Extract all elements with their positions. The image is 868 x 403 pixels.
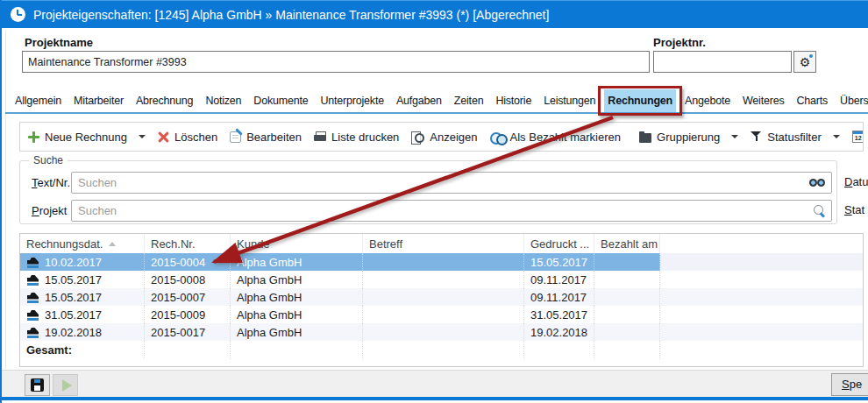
search-group-label: Suche: [29, 154, 68, 166]
table-row[interactable]: 15.05.2017 2015-0007 Alpha GmbH 09.11.20…: [20, 288, 863, 306]
column-header-betreff[interactable]: Betreff: [363, 234, 524, 253]
tab-dokumente[interactable]: Dokumente: [250, 89, 311, 112]
table-row[interactable]: 19.02.2018 2015-0017 Alpha GmbH 19.02.20…: [20, 323, 863, 341]
coins-icon: [490, 131, 505, 143]
save-button[interactable]: [25, 374, 50, 396]
column-header-rechnungsdat[interactable]: Rechnungsdat.: [20, 234, 145, 253]
printed-icon: [26, 292, 39, 303]
gesamt-label: Gesamt:: [26, 343, 72, 357]
clock-icon: [11, 7, 25, 22]
window-bottom-border: [0, 397, 868, 400]
binoculars-icon[interactable]: [809, 178, 825, 187]
tab-mitarbeiter[interactable]: Mitarbeiter: [70, 89, 127, 112]
projektnr-label: Projektnr.: [653, 36, 706, 49]
search-group: Suche Text/Nr. Projekt: [19, 160, 837, 224]
table-row[interactable]: 31.05.2017 2015-0009 Alpha GmbH 31.05.20…: [20, 306, 863, 323]
projekt-label: Projekt: [32, 204, 67, 217]
tab-übersicht[interactable]: Übersicht: [836, 89, 868, 112]
show-button[interactable]: Anzeigen: [411, 131, 477, 144]
tab-unterprojekte[interactable]: Unterprojekte: [317, 89, 387, 112]
column-header-gedruckt[interactable]: Gedruckt ...: [524, 234, 594, 253]
column-header-rechnr[interactable]: Rech.Nr.: [145, 234, 231, 253]
floppy-disk-icon: [31, 378, 44, 392]
tab-allgemein[interactable]: Allgemein: [11, 89, 65, 112]
title-bar: Projekteigenschaften: [1245] Alpha GmbH …: [0, 0, 868, 28]
status-label: Stat: [844, 203, 864, 216]
printed-icon: [26, 309, 39, 321]
tab-charts[interactable]: Charts: [793, 89, 831, 112]
chevron-down-icon: [731, 135, 738, 138]
chevron-down-icon: [139, 135, 146, 138]
tab-abrechnung[interactable]: Abrechnung: [132, 89, 196, 112]
app-window: Projekteigenschaften: [1245] Alpha GmbH …: [0, 0, 868, 403]
table-row[interactable]: 10.02.2017 2015-0004 Alpha GmbH 15.05.20…: [20, 253, 863, 271]
column-header-kunde[interactable]: Kunde: [231, 234, 363, 253]
edit-button[interactable]: Bearbeiten: [230, 131, 302, 144]
funnel-icon: [751, 131, 762, 142]
sort-ascending-icon: [109, 242, 116, 246]
projektnr-input[interactable]: [653, 51, 792, 73]
tab-zeiten[interactable]: Zeiten: [451, 89, 487, 112]
date-filter-button[interactable]: 12 Datumsfilter: [852, 131, 864, 144]
table-body: 10.02.2017 2015-0004 Alpha GmbH 15.05.20…: [20, 253, 863, 341]
printer-icon: [314, 131, 326, 142]
printed-icon: [26, 257, 39, 268]
tab-notizen[interactable]: Notizen: [202, 89, 245, 112]
projekt-search-input[interactable]: [78, 204, 813, 217]
printed-icon: [26, 327, 39, 338]
new-invoice-button[interactable]: Neue Rechnung: [28, 131, 146, 144]
print-list-button[interactable]: Liste drucken: [314, 131, 399, 144]
tab-leistungen[interactable]: Leistungen: [540, 89, 599, 112]
column-header-filler: [660, 234, 863, 253]
window-title: Projekteigenschaften: [1245] Alpha GmbH …: [33, 8, 549, 22]
play-icon: [62, 379, 72, 392]
text-nr-search-box: [71, 172, 832, 194]
edit-pencil-icon: [230, 131, 241, 143]
printed-icon: [26, 274, 39, 286]
plus-icon: [28, 131, 39, 143]
delete-button[interactable]: Löschen: [158, 131, 217, 144]
run-button-disabled: [53, 374, 78, 396]
preview-icon: [411, 131, 424, 143]
tab-rechnungen[interactable]: Rechnungen: [604, 89, 676, 112]
projekt-search-box: [71, 200, 832, 222]
tab-angebote[interactable]: Angebote: [681, 89, 734, 112]
table-row[interactable]: 15.05.2017 2015-0008 Alpha GmbH 09.11.20…: [20, 271, 863, 288]
chevron-down-icon: [833, 135, 840, 138]
content-pane: Projektname Projektnr. AllgemeinMitarbei…: [0, 28, 868, 370]
pane-divider: [5, 30, 6, 368]
tab-weiteres[interactable]: Weiteres: [739, 89, 788, 112]
mark-paid-button[interactable]: Als Bezahlt markieren: [490, 131, 621, 144]
projektname-label: Projektname: [25, 36, 93, 49]
grouping-button[interactable]: Gruppierung: [639, 131, 738, 144]
folder-icon: [639, 133, 651, 143]
projektname-input[interactable]: [22, 51, 650, 73]
search-icon[interactable]: [813, 205, 825, 217]
table-footer-row: Gesamt:: [20, 341, 863, 359]
status-filter-button[interactable]: Statusfilter: [751, 131, 839, 144]
invoice-table: Rechnungsdat. Rech.Nr. Kunde Betreff Ged…: [19, 233, 864, 367]
gear-icon: [798, 55, 812, 69]
text-nr-search-input[interactable]: [78, 176, 809, 189]
column-header-bezahlt-am[interactable]: Bezahlt am: [594, 234, 660, 253]
datum-label: Datu: [844, 175, 868, 188]
invoice-toolbar: Neue Rechnung Löschen Bearbeiten Liste d…: [19, 122, 864, 152]
table-header: Rechnungsdat. Rech.Nr. Kunde Betreff Ged…: [20, 234, 863, 253]
tab-bar: AllgemeinMitarbeiterAbrechnungNotizenDok…: [5, 84, 868, 114]
text-nr-label: Text/Nr.: [32, 176, 70, 189]
calendar-icon: 12: [852, 131, 864, 143]
projektnr-settings-button[interactable]: [793, 51, 816, 73]
delete-x-icon: [158, 131, 169, 143]
footer-bar: Spe: [0, 370, 868, 397]
tab-aufgaben[interactable]: Aufgaben: [393, 89, 445, 112]
tab-historie[interactable]: Historie: [492, 89, 535, 112]
speichern-button[interactable]: Spe: [831, 373, 868, 396]
